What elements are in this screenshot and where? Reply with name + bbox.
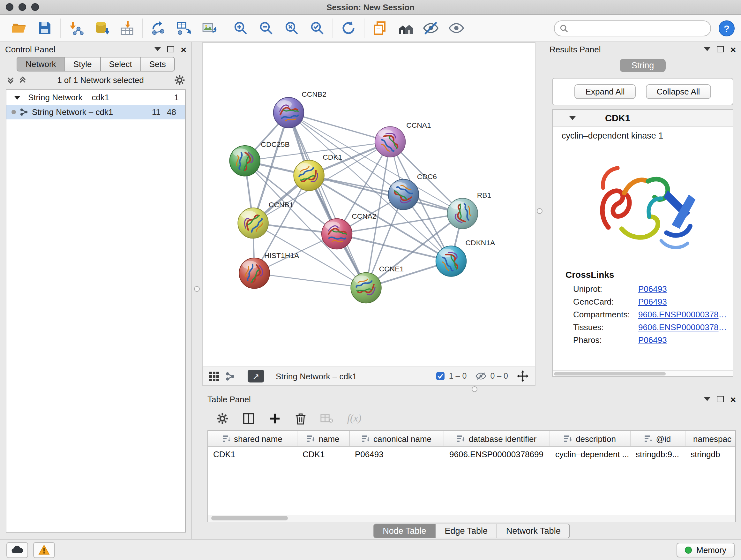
show-panel-button[interactable]: [444, 17, 469, 39]
zoom-selected-button[interactable]: [305, 17, 330, 39]
show-columns-icon[interactable]: [243, 412, 255, 424]
tab-sets[interactable]: Sets: [140, 57, 175, 71]
memory-button[interactable]: Memory: [677, 543, 735, 557]
table-panel-splitter[interactable]: [202, 386, 741, 392]
tab-edge-table[interactable]: Edge Table: [435, 523, 497, 538]
delete-column-trash-icon[interactable]: [295, 412, 307, 424]
tab-network-table[interactable]: Network Table: [496, 523, 570, 538]
network-node-HIST1H1A[interactable]: [239, 258, 269, 288]
column-header-id[interactable]: @id: [630, 431, 685, 446]
network-edge[interactable]: [309, 176, 462, 213]
network-node-CDK1[interactable]: [293, 160, 324, 191]
column-header-name[interactable]: name: [297, 431, 350, 446]
network-edge[interactable]: [254, 273, 366, 288]
open-session-button[interactable]: [6, 17, 32, 39]
control-panel-splitter[interactable]: [192, 42, 202, 539]
results-tab-string[interactable]: String: [620, 59, 666, 72]
results-scrollbar[interactable]: [553, 370, 733, 376]
table-row[interactable]: CDK1 CDK1 P06493 9606.ENSP00000378699 cy…: [208, 447, 735, 462]
expand-all-button[interactable]: Expand All: [575, 84, 636, 99]
column-header-database-identifier[interactable]: database identifier: [444, 431, 550, 446]
panel-close-icon[interactable]: ×: [181, 44, 186, 54]
panel-collapse-icon[interactable]: [704, 397, 711, 401]
panel-collapse-icon[interactable]: [154, 47, 161, 51]
gene-section-header[interactable]: CDK1: [553, 110, 733, 127]
expand-all-networks-icon[interactable]: [6, 76, 15, 84]
export-image-button[interactable]: [197, 17, 222, 39]
tab-style[interactable]: Style: [64, 57, 101, 71]
panel-float-icon[interactable]: [717, 396, 724, 402]
zoom-out-button[interactable]: [253, 17, 279, 39]
import-table-button[interactable]: [114, 17, 140, 39]
panel-float-icon[interactable]: [717, 46, 724, 52]
copy-document-button[interactable]: [367, 17, 393, 39]
network-edge[interactable]: [288, 113, 366, 288]
window-close-button[interactable]: [6, 3, 13, 11]
network-node-CDC6[interactable]: [388, 179, 419, 209]
import-network-database-button[interactable]: [89, 17, 114, 39]
import-network-file-button[interactable]: [63, 17, 89, 39]
tree-expander-icon[interactable]: [14, 96, 20, 99]
network-node-CDKN1A[interactable]: [436, 246, 466, 276]
add-column-icon[interactable]: [269, 412, 281, 424]
network-node-CCNB2[interactable]: [273, 98, 304, 128]
network-from-table-button[interactable]: [171, 17, 197, 39]
window-minimize-button[interactable]: [18, 3, 26, 11]
zoom-in-button[interactable]: [228, 17, 253, 39]
search-input[interactable]: [571, 23, 705, 34]
window-zoom-button[interactable]: [31, 3, 39, 11]
tab-node-table[interactable]: Node Table: [373, 523, 435, 538]
hidden-eye-slash-icon[interactable]: [475, 372, 486, 381]
panel-float-icon[interactable]: [167, 46, 174, 52]
gear-icon[interactable]: [174, 74, 185, 85]
pharos-link[interactable]: P06493: [638, 335, 667, 345]
network-node-CCNB1[interactable]: [238, 208, 268, 238]
network-node-RB1[interactable]: [448, 198, 478, 229]
tissues-link[interactable]: 9606.ENSP00000378699: [638, 322, 729, 332]
warnings-button[interactable]: [33, 542, 55, 558]
panel-close-icon[interactable]: ×: [730, 44, 736, 54]
section-expander-icon[interactable]: [569, 116, 576, 120]
table-horizontal-scrollbar[interactable]: [208, 515, 735, 522]
string-home-button[interactable]: [393, 17, 418, 39]
collapse-all-networks-icon[interactable]: [18, 76, 27, 84]
scrollbar-thumb[interactable]: [211, 516, 288, 520]
uniprot-link[interactable]: P06493: [638, 284, 667, 294]
network-node-CCNA1[interactable]: [375, 126, 405, 157]
genecard-link[interactable]: P06493: [638, 297, 667, 306]
scrollbar-thumb[interactable]: [554, 372, 666, 375]
column-header-canonical-name[interactable]: canonical name: [350, 431, 444, 446]
network-edge[interactable]: [288, 113, 390, 142]
splitter-handle[interactable]: [537, 208, 542, 214]
splitter-handle[interactable]: [472, 386, 477, 392]
hide-selection-button[interactable]: [418, 17, 444, 39]
zoom-fit-button[interactable]: [279, 17, 305, 39]
network-node-CDC25B[interactable]: [230, 145, 260, 176]
splitter-handle[interactable]: [194, 286, 200, 292]
panel-close-icon[interactable]: ×: [730, 394, 736, 404]
tab-network[interactable]: Network: [17, 57, 65, 71]
pan-mode-icon[interactable]: [517, 370, 529, 382]
grid-view-icon[interactable]: [209, 371, 219, 381]
results-panel-splitter[interactable]: [536, 42, 544, 386]
network-node-CCNE1[interactable]: [351, 273, 381, 303]
save-session-button[interactable]: [32, 17, 57, 39]
help-button[interactable]: ?: [719, 20, 735, 36]
tab-select[interactable]: Select: [100, 57, 141, 71]
table-settings-gear-icon[interactable]: [216, 412, 228, 424]
collapse-all-button[interactable]: Collapse All: [646, 84, 711, 99]
network-node-CCNA2[interactable]: [322, 219, 352, 249]
panel-collapse-icon[interactable]: [704, 47, 711, 51]
birdseye-view-icon[interactable]: [225, 371, 235, 381]
cloud-status-button[interactable]: [6, 542, 28, 558]
network-collection-row[interactable]: String Network – cdk1 1: [6, 90, 185, 105]
selected-checkbox-icon[interactable]: [436, 372, 445, 381]
network-row-selected[interactable]: String Network – cdk1 11 48: [6, 105, 185, 119]
column-header-shared-name[interactable]: shared name: [208, 431, 297, 446]
compartments-link[interactable]: 9606.ENSP00000378699: [638, 309, 729, 319]
network-canvas[interactable]: CCNB2CCNA1CDC25BCDK1CDC6RB1CCNB1CCNA2CDK…: [202, 42, 536, 367]
column-header-description[interactable]: description: [550, 431, 630, 446]
column-header-namespace[interactable]: namespac: [685, 431, 735, 446]
new-network-button[interactable]: [145, 17, 171, 39]
apply-layout-button[interactable]: [336, 17, 361, 39]
